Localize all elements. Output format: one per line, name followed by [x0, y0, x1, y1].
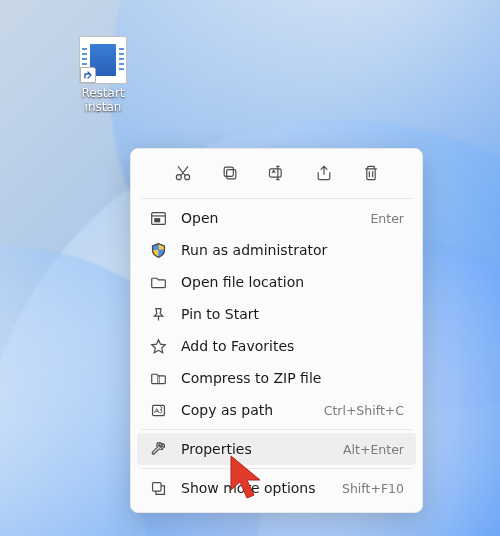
menu-item-label: Show more options — [181, 480, 328, 496]
menu-item-label: Add to Favorites — [181, 338, 390, 354]
delete-icon[interactable] — [357, 159, 385, 187]
menu-item-open-file-location[interactable]: Open file location — [137, 266, 416, 298]
shortcut-label: Restart instan — [70, 86, 136, 114]
more-options-icon — [149, 479, 167, 497]
menu-item-pin-to-start[interactable]: Pin to Start — [137, 298, 416, 330]
shortcut-icon — [79, 36, 127, 84]
menu-item-label: Open file location — [181, 274, 390, 290]
svg-point-1 — [184, 175, 189, 180]
svg-rect-8 — [152, 482, 161, 491]
menu-item-show-more-options[interactable]: Show more options Shift+F10 — [137, 472, 416, 504]
svg-rect-3 — [224, 167, 233, 176]
menu-item-label: Compress to ZIP file — [181, 370, 390, 386]
menu-item-add-to-favorites[interactable]: Add to Favorites — [137, 330, 416, 362]
shield-icon — [149, 241, 167, 259]
menu-item-accelerator: Enter — [370, 211, 404, 226]
shortcut-arrow-overlay — [80, 67, 96, 83]
folder-icon — [149, 273, 167, 291]
star-icon — [149, 337, 167, 355]
rename-icon[interactable] — [263, 159, 291, 187]
context-menu-action-row — [137, 157, 416, 195]
menu-divider — [141, 198, 412, 199]
open-icon — [149, 209, 167, 227]
zip-icon — [149, 369, 167, 387]
menu-item-label: Open — [181, 210, 356, 226]
context-menu: Open Enter Run as administrator Open fil… — [130, 148, 423, 513]
menu-item-open[interactable]: Open Enter — [137, 202, 416, 234]
menu-item-accelerator: Shift+F10 — [342, 481, 404, 496]
svg-rect-6 — [154, 218, 160, 222]
cut-icon[interactable] — [169, 159, 197, 187]
menu-item-accelerator: Ctrl+Shift+C — [324, 403, 404, 418]
menu-item-run-as-admin[interactable]: Run as administrator — [137, 234, 416, 266]
menu-item-copy-as-path[interactable]: Copy as path Ctrl+Shift+C — [137, 394, 416, 426]
menu-divider — [141, 429, 412, 430]
svg-rect-2 — [226, 170, 235, 179]
desktop-shortcut-restart[interactable]: Restart instan — [70, 36, 136, 114]
menu-item-properties[interactable]: Properties Alt+Enter — [137, 433, 416, 465]
copy-icon[interactable] — [216, 159, 244, 187]
wrench-icon — [149, 440, 167, 458]
svg-rect-7 — [152, 405, 164, 415]
menu-item-label: Run as administrator — [181, 242, 390, 258]
menu-item-accelerator: Alt+Enter — [343, 442, 404, 457]
share-icon[interactable] — [310, 159, 338, 187]
pin-icon — [149, 305, 167, 323]
menu-item-label: Copy as path — [181, 402, 310, 418]
menu-item-compress-zip[interactable]: Compress to ZIP file — [137, 362, 416, 394]
menu-item-label: Properties — [181, 441, 329, 457]
menu-item-label: Pin to Start — [181, 306, 390, 322]
svg-point-0 — [176, 175, 181, 180]
copy-path-icon — [149, 401, 167, 419]
menu-divider — [141, 468, 412, 469]
